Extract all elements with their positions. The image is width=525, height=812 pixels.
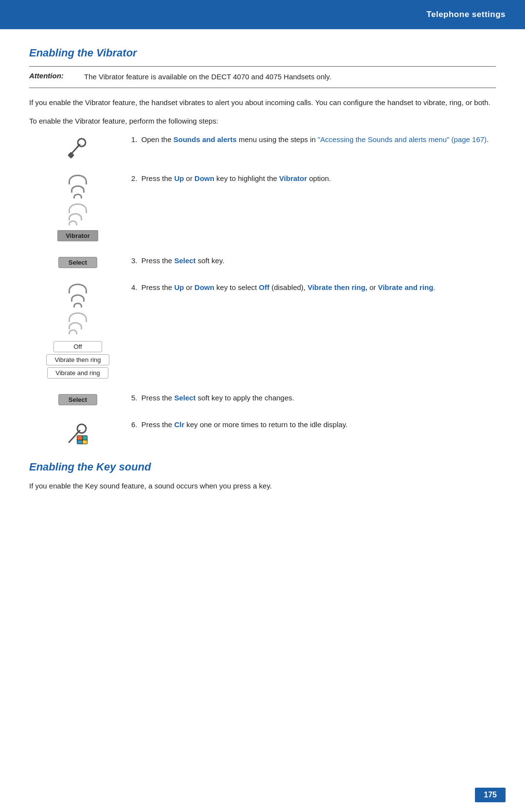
content-area: Enabling the Vibrator Attention: The Vib… xyxy=(0,29,525,528)
step-row-2: Vibrator 2. Press the Up or Down key to … xyxy=(29,173,496,241)
arc-inner xyxy=(73,194,82,198)
step-2-content: 2. Press the Up or Down key to highlight… xyxy=(126,173,496,184)
signal-icon-2b xyxy=(69,203,87,225)
body-text-2: To enable the Vibrator feature, perform … xyxy=(29,115,496,127)
select-softkey-5: Select xyxy=(58,394,97,405)
step-4-icon-col: Off Vibrate then ring Vibrate and ring xyxy=(29,282,126,379)
step-2-number: 2. Press the Up or Down key to highlight… xyxy=(131,174,331,182)
arc-outer-2 xyxy=(69,203,87,213)
section1-heading: Enabling the Vibrator xyxy=(29,47,496,59)
menu-off: Off xyxy=(53,341,102,352)
step-3-number: 3. Press the Select soft key. xyxy=(131,256,225,265)
step-3-icon-col: Select xyxy=(29,255,126,268)
body-text-1: If you enable the Vibrator feature, the … xyxy=(29,97,496,108)
attention-label: Attention: xyxy=(29,72,80,83)
step-6-icon-col xyxy=(29,419,126,446)
arc-inner-4 xyxy=(73,303,82,307)
signal-icon-2 xyxy=(69,175,87,198)
arc-outer-4b xyxy=(69,312,87,322)
svg-rect-3 xyxy=(68,151,74,158)
arc-mid-2 xyxy=(69,213,82,220)
clr-key: Clr xyxy=(174,420,184,429)
step-1-number: 1. Open the Sounds and alerts menu using… xyxy=(131,135,489,144)
svg-rect-11 xyxy=(83,440,87,444)
step-6-number: 6. Press the Clr key one or more times t… xyxy=(131,420,348,429)
attention-text: The Vibrator feature is available on the… xyxy=(84,72,332,83)
arc-inner-4b xyxy=(69,329,77,334)
section2-body1: If you enable the Key sound feature, a s… xyxy=(29,480,496,492)
up-key-2: Up xyxy=(174,174,184,182)
step-row-1: 1. Open the Sounds and alerts menu using… xyxy=(29,134,496,159)
menu-items-4: Off Vibrate then ring Vibrate and ring xyxy=(46,341,109,379)
up-key-4: Up xyxy=(174,283,184,291)
svg-line-2 xyxy=(77,145,79,147)
section2: Enabling the Key sound If you enable the… xyxy=(29,461,496,492)
accessing-menu-link[interactable]: "Accessing the Sounds and alerts menu" (… xyxy=(318,135,487,144)
arc-mid-4 xyxy=(71,294,85,302)
arc-mid xyxy=(71,185,85,193)
step-2-icon-col: Vibrator xyxy=(29,173,126,241)
step-row-5: Select 5. Press the Select soft key to a… xyxy=(29,392,496,405)
select-softkey-3: Select xyxy=(58,257,97,268)
step-5-content: 5. Press the Select soft key to apply th… xyxy=(126,392,496,404)
signal-icon-4 xyxy=(69,284,87,307)
down-key-2: Down xyxy=(194,174,214,182)
step-row-6: 6. Press the Clr key one or more times t… xyxy=(29,419,496,446)
clr-phone-icon xyxy=(65,421,90,446)
vibrator-label: Vibrator xyxy=(57,230,98,241)
step-5-number: 5. Press the Select soft key to apply th… xyxy=(131,394,294,402)
vibrate-then-ring-key: Vibrate then ring, xyxy=(308,283,368,291)
header-bar: Telephone settings xyxy=(0,0,525,29)
svg-rect-10 xyxy=(77,440,82,444)
section2-heading: Enabling the Key sound xyxy=(29,461,496,473)
step-row-4: Off Vibrate then ring Vibrate and ring 4… xyxy=(29,282,496,379)
arc-outer-4 xyxy=(69,284,87,293)
step-1-content: 1. Open the Sounds and alerts menu using… xyxy=(126,134,496,145)
attention-box: Attention: The Vibrator feature is avail… xyxy=(29,66,496,88)
page-number: 175 xyxy=(475,788,506,802)
select-key-3: Select xyxy=(174,256,195,265)
sounds-alerts-link[interactable]: Sounds and alerts xyxy=(174,135,237,144)
step-row-3: Select 3. Press the Select soft key. xyxy=(29,255,496,268)
down-key-4: Down xyxy=(194,283,214,291)
arc-inner-2 xyxy=(69,220,77,225)
menu-vibrate-then-ring: Vibrate then ring xyxy=(46,354,109,365)
wrench-icon xyxy=(66,136,89,159)
menu-vibrate-and-ring: Vibrate and ring xyxy=(47,367,108,379)
vibrate-and-ring-key: Vibrate and ring xyxy=(378,283,433,291)
svg-rect-8 xyxy=(77,436,82,440)
signal-icon-4b xyxy=(69,312,87,334)
arc-outer xyxy=(69,175,87,184)
steps-container: 1. Open the Sounds and alerts menu using… xyxy=(29,134,496,446)
step-4-number: 4. Press the Up or Down key to select Of… xyxy=(131,283,436,291)
off-key: Off xyxy=(259,283,270,291)
select-key-5: Select xyxy=(174,394,195,402)
vibrator-label-box: Vibrator xyxy=(57,230,98,241)
step-1-icon-col xyxy=(29,134,126,159)
header-title: Telephone settings xyxy=(426,10,506,19)
svg-rect-9 xyxy=(83,436,87,440)
step-4-content: 4. Press the Up or Down key to select Of… xyxy=(126,282,496,293)
step-6-content: 6. Press the Clr key one or more times t… xyxy=(126,419,496,431)
vibrator-key: Vibrator xyxy=(279,174,307,182)
arc-mid-4b xyxy=(69,322,82,329)
step-3-content: 3. Press the Select soft key. xyxy=(126,255,496,267)
svg-line-6 xyxy=(76,432,78,434)
step-5-icon-col: Select xyxy=(29,392,126,405)
